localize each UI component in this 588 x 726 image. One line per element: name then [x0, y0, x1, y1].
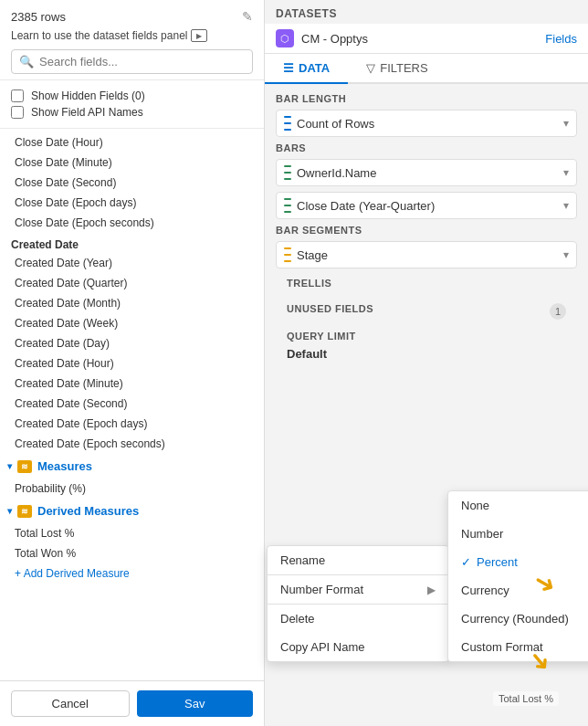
- total-won-item[interactable]: Total Won %: [0, 543, 264, 563]
- dataset-name: ⬡ CM - Opptys: [276, 29, 368, 47]
- chevron-down-icon[interactable]: ▾: [563, 166, 569, 179]
- rows-count-label: 2385 rows: [11, 10, 66, 24]
- total-lost-item[interactable]: Total Lost %: [0, 523, 264, 543]
- show-hidden-check[interactable]: [11, 89, 24, 102]
- tab-data[interactable]: ☰ DATA: [265, 54, 348, 84]
- bar-length-title: Bar Length: [276, 93, 577, 104]
- none-label: None: [461, 499, 489, 512]
- derived-label: Derived Measures: [37, 504, 139, 518]
- unused-label: Unused Fields: [287, 303, 373, 314]
- play-icon: ▶: [191, 29, 207, 42]
- show-hidden-checkbox[interactable]: Show Hidden Fields (0): [11, 88, 253, 104]
- measures-section-header[interactable]: ▾ ≋ Measures: [0, 454, 264, 479]
- copy-api-menu-item[interactable]: Copy API Name: [268, 633, 448, 661]
- left-header: 2385 rows ✎ Learn to use the dataset fie…: [0, 0, 264, 80]
- tab-filters-icon: ▽: [366, 61, 375, 75]
- segment-pill[interactable]: Stage ▾: [276, 241, 577, 268]
- drag-handle: [284, 247, 291, 262]
- tab-data-icon: ☰: [283, 61, 294, 75]
- tab-filters[interactable]: ▽ FILTERS: [348, 54, 446, 84]
- segment-value: Stage: [297, 248, 328, 262]
- list-item[interactable]: Created Date (Epoch days): [0, 414, 264, 434]
- query-default: Default: [287, 347, 566, 361]
- tabs-row: ☰ DATA ▽ FILTERS: [265, 54, 588, 84]
- left-panel: 2385 rows ✎ Learn to use the dataset fie…: [0, 0, 265, 726]
- search-icon: 🔍: [19, 55, 34, 68]
- list-item[interactable]: Close Date (Epoch days): [0, 193, 264, 213]
- bar2-value: Close Date (Year-Quarter): [297, 199, 435, 213]
- trellis-section: Trellis: [276, 274, 577, 298]
- list-item[interactable]: Probability (%): [0, 479, 264, 499]
- chevron-down-icon[interactable]: ▾: [563, 199, 569, 212]
- bar-length-pill[interactable]: Count of Rows ▾: [276, 110, 577, 137]
- query-limit-title: Query Limit: [287, 331, 566, 342]
- list-item[interactable]: Close Date (Epoch seconds): [0, 213, 264, 233]
- list-item[interactable]: Created Date (Week): [0, 313, 264, 333]
- checkmark-icon: ✓: [461, 555, 471, 569]
- submenu-currency-rounded[interactable]: Currency (Rounded): [448, 605, 588, 633]
- number-format-label: Number Format: [280, 583, 363, 596]
- copy-api-label: Copy API Name: [280, 640, 365, 654]
- dataset-row: ⬡ CM - Opptys Fields: [265, 24, 588, 54]
- rows-count-row: 2385 rows ✎: [11, 9, 253, 24]
- derived-section-header[interactable]: ▾ ≋ Derived Measures: [0, 499, 264, 523]
- measure-icon: ≋: [17, 460, 32, 473]
- chevron-icon: ▾: [7, 506, 12, 516]
- rename-menu-item[interactable]: Rename: [268, 546, 448, 574]
- delete-label: Delete: [280, 612, 315, 626]
- search-input[interactable]: [39, 55, 245, 68]
- bar-length-value: Count of Rows: [297, 117, 374, 131]
- bar1-value: OwnerId.Name: [297, 166, 376, 180]
- list-item[interactable]: Created Date (Year): [0, 253, 264, 273]
- save-button[interactable]: Sav: [137, 690, 254, 717]
- bar1-pill[interactable]: OwnerId.Name ▾: [276, 159, 577, 186]
- show-api-checkbox[interactable]: Show Field API Names: [11, 104, 253, 121]
- list-item[interactable]: Created Date (Hour): [0, 353, 264, 374]
- cancel-button[interactable]: Cancel: [11, 690, 130, 717]
- drag-handle: [284, 165, 291, 180]
- custom-label: Custom Format: [461, 640, 543, 654]
- search-box: 🔍: [11, 49, 253, 74]
- list-item[interactable]: Created Date (Quarter): [0, 273, 264, 293]
- list-item[interactable]: Created Date (Day): [0, 333, 264, 353]
- chevron-down-icon[interactable]: ▾: [563, 248, 569, 261]
- list-item[interactable]: Created Date (Second): [0, 394, 264, 414]
- unused-row: Unused Fields 1: [276, 298, 577, 325]
- bar1-inner: OwnerId.Name: [284, 165, 376, 180]
- list-item[interactable]: Created Date (Month): [0, 293, 264, 313]
- show-api-check[interactable]: [11, 106, 24, 119]
- datasets-header: Datasets: [265, 0, 588, 24]
- bottom-buttons: Cancel Sav: [0, 680, 264, 726]
- tab-filters-label: FILTERS: [380, 61, 428, 75]
- show-api-label: Show Field API Names: [31, 106, 143, 119]
- measures-label: Measures: [37, 459, 92, 473]
- tooltip-total-lost: Total Lost %: [493, 691, 559, 706]
- submenu-custom[interactable]: Custom Format: [448, 633, 588, 661]
- bar2-pill[interactable]: Close Date (Year-Quarter) ▾: [276, 192, 577, 219]
- list-item[interactable]: Close Date (Second): [0, 173, 264, 193]
- chevron-down-icon[interactable]: ▾: [563, 117, 569, 130]
- bar-segments-title: Bar Segments: [276, 225, 577, 236]
- submenu-percent[interactable]: ✓ Percent: [448, 548, 588, 576]
- currency-rounded-label: Currency (Rounded): [461, 612, 569, 626]
- currency-label: Currency: [461, 584, 509, 597]
- delete-menu-item[interactable]: Delete: [268, 604, 448, 633]
- edit-icon[interactable]: ✎: [242, 9, 253, 24]
- segment-inner: Stage: [284, 247, 328, 262]
- list-item[interactable]: Created Date (Epoch seconds): [0, 434, 264, 454]
- fields-link[interactable]: Fields: [545, 32, 577, 46]
- list-item[interactable]: Close Date (Hour): [0, 132, 264, 153]
- submenu: None Number ✓ Percent Currency Currency …: [447, 490, 588, 662]
- cube-icon: ⬡: [276, 29, 294, 47]
- list-item[interactable]: Created Date (Minute): [0, 374, 264, 394]
- add-derived-button[interactable]: + Add Derived Measure: [0, 563, 264, 584]
- submenu-number[interactable]: Number: [448, 520, 588, 548]
- submenu-currency[interactable]: Currency: [448, 576, 588, 605]
- created-date-group: Created Date: [0, 233, 264, 253]
- tab-data-label: DATA: [299, 61, 330, 75]
- learn-link[interactable]: Learn to use the dataset fields panel ▶: [11, 29, 253, 42]
- submenu-none[interactable]: None: [448, 491, 588, 520]
- trellis-title: Trellis: [287, 278, 566, 289]
- list-item[interactable]: Close Date (Minute): [0, 153, 264, 173]
- number-format-menu-item[interactable]: Number Format ▶: [268, 574, 448, 604]
